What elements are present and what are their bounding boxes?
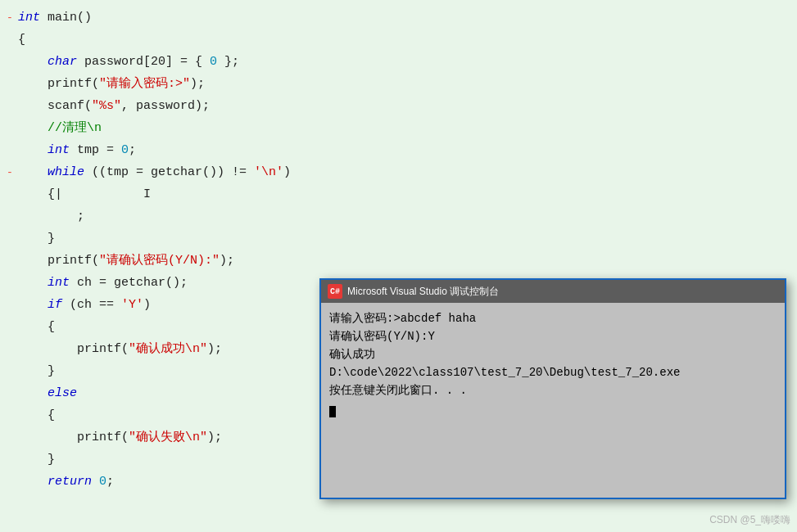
token-plain: { bbox=[18, 33, 25, 47]
token-kw: char bbox=[48, 55, 77, 69]
console-line: 确认成功 bbox=[329, 345, 777, 363]
console-line: 请确认密码(Y/N):Y bbox=[329, 327, 777, 345]
console-window[interactable]: C# Microsoft Visual Studio 调试控制台 请输入密码:>… bbox=[319, 278, 786, 499]
token-kw: while bbox=[48, 165, 84, 179]
token-plain: ) bbox=[283, 165, 291, 179]
token-plain: { bbox=[48, 320, 55, 334]
code-line: scanf("%s", password); bbox=[0, 95, 797, 117]
token-num: 0 bbox=[210, 55, 217, 69]
token-plain: ); bbox=[220, 254, 234, 268]
console-line: D:\code\2022\class107\test_7_20\Debug\te… bbox=[329, 363, 777, 381]
token-str: "确认失败\n" bbox=[129, 431, 207, 444]
code-text: {| I bbox=[18, 183, 151, 205]
watermark: CSDN @5_嗨喽嗨 bbox=[709, 513, 790, 527]
code-text: } bbox=[18, 449, 55, 471]
token-str: "请输入密码:>" bbox=[99, 77, 190, 91]
code-text: //清理\n bbox=[18, 117, 102, 139]
code-text: char password[20] = { 0 }; bbox=[18, 51, 239, 73]
token-plain: ((tmp = getchar()) != bbox=[84, 165, 254, 179]
code-text: } bbox=[18, 228, 55, 250]
token-char-lit: '\n' bbox=[254, 165, 283, 179]
console-title: Microsoft Visual Studio 调试控制台 bbox=[347, 285, 499, 299]
token-str: "%s" bbox=[92, 99, 121, 113]
token-cmt: //清理\n bbox=[48, 121, 102, 135]
console-line: 请输入密码:>abcdef haha bbox=[329, 309, 777, 327]
line-indicator: - bbox=[7, 161, 16, 183]
console-cursor-line bbox=[329, 399, 777, 417]
token-plain: scanf( bbox=[48, 99, 92, 113]
token-kw: else bbox=[48, 386, 77, 400]
console-app-icon: C# bbox=[328, 284, 342, 299]
console-body: 请输入密码:>abcdef haha请确认密码(Y/N):Y确认成功D:\cod… bbox=[321, 303, 785, 498]
token-plain: {| I bbox=[48, 187, 151, 201]
token-plain: { bbox=[48, 408, 55, 422]
token-plain: , password); bbox=[121, 99, 210, 113]
token-plain: ch = getchar(); bbox=[70, 276, 188, 290]
line-indicator: - bbox=[7, 7, 16, 29]
code-text: printf("请输入密码:>"); bbox=[18, 73, 205, 95]
code-text: { bbox=[18, 404, 55, 426]
code-text: int main() bbox=[18, 7, 92, 29]
token-plain: ; bbox=[129, 143, 136, 157]
code-text: while ((tmp = getchar()) != '\n') bbox=[18, 161, 291, 183]
code-line: char password[20] = { 0 }; bbox=[0, 51, 797, 73]
token-plain: tmp = bbox=[70, 143, 121, 157]
code-line: {| I bbox=[0, 183, 797, 205]
token-str: "请确认密码(Y/N):" bbox=[99, 254, 220, 268]
token-plain: ; bbox=[77, 210, 84, 223]
token-kw: int bbox=[48, 276, 70, 290]
token-plain: } bbox=[48, 364, 55, 378]
console-titlebar: C# Microsoft Visual Studio 调试控制台 bbox=[321, 280, 785, 303]
code-text: { bbox=[18, 316, 55, 338]
code-line: - while ((tmp = getchar()) != '\n') bbox=[0, 161, 797, 183]
token-kw: return bbox=[48, 475, 92, 489]
token-kw: int bbox=[48, 143, 70, 157]
token-char-lit: 'Y' bbox=[121, 298, 143, 312]
code-text: printf("确认成功\n"); bbox=[18, 338, 222, 360]
token-plain: ); bbox=[207, 431, 222, 444]
token-plain: ); bbox=[207, 342, 222, 356]
code-text: } bbox=[18, 360, 55, 382]
code-line: //清理\n bbox=[0, 117, 797, 139]
token-num: 0 bbox=[99, 475, 106, 489]
console-cursor bbox=[329, 406, 336, 417]
code-text: int ch = getchar(); bbox=[18, 272, 188, 294]
token-plain: }; bbox=[217, 55, 239, 69]
token-plain: printf( bbox=[77, 342, 129, 356]
code-line: printf("请确认密码(Y/N):"); bbox=[0, 250, 797, 272]
code-line: -int main() bbox=[0, 7, 797, 29]
code-line: int tmp = 0; bbox=[0, 139, 797, 161]
code-text: else bbox=[18, 382, 77, 404]
token-plain: printf( bbox=[48, 254, 99, 268]
token-plain: ) bbox=[143, 298, 151, 312]
code-text: printf("确认失败\n"); bbox=[18, 426, 222, 449]
token-plain: password[20] = { bbox=[77, 55, 210, 69]
token-num: 0 bbox=[121, 143, 129, 157]
code-text: printf("请确认密码(Y/N):"); bbox=[18, 250, 234, 272]
code-text: { bbox=[18, 29, 25, 51]
code-text: return 0; bbox=[18, 471, 114, 493]
token-plain bbox=[92, 475, 99, 489]
code-text: int tmp = 0; bbox=[18, 139, 136, 161]
code-text: scanf("%s", password); bbox=[18, 95, 210, 117]
token-plain: ; bbox=[106, 475, 114, 489]
console-line: 按任意键关闭此窗口. . . bbox=[329, 381, 777, 399]
token-plain: ); bbox=[190, 77, 205, 91]
token-kw: int bbox=[18, 11, 40, 25]
code-line: { bbox=[0, 29, 797, 51]
token-plain: (ch == bbox=[62, 298, 121, 312]
token-plain: printf( bbox=[77, 431, 129, 444]
token-plain: } bbox=[48, 453, 55, 467]
token-str: "确认成功\n" bbox=[129, 342, 207, 356]
code-line: } bbox=[0, 228, 797, 250]
token-plain: main() bbox=[40, 11, 92, 25]
token-plain: } bbox=[48, 232, 55, 246]
code-line: printf("请输入密码:>"); bbox=[0, 73, 797, 95]
token-plain: printf( bbox=[48, 77, 99, 91]
token-kw: if bbox=[48, 298, 62, 312]
code-line: ; bbox=[0, 205, 797, 228]
code-text: if (ch == 'Y') bbox=[18, 294, 151, 316]
code-text: ; bbox=[18, 205, 84, 228]
